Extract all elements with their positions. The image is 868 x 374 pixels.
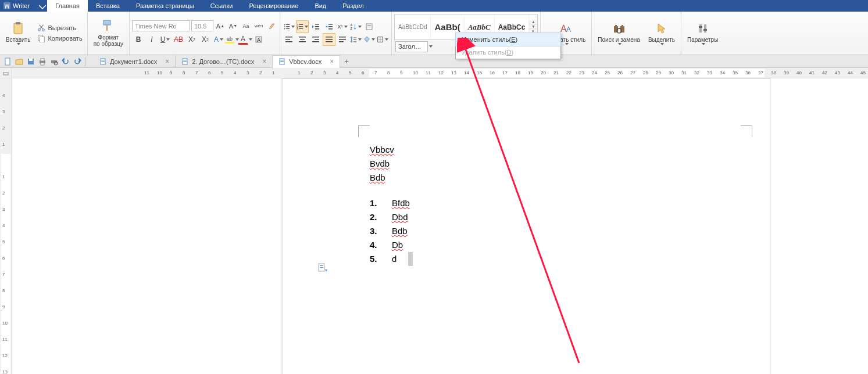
ribbon-editing-group: Поиск и замена Выделить <box>592 12 681 55</box>
close-icon[interactable]: × <box>165 57 169 66</box>
new-doc-button[interactable] <box>2 56 13 67</box>
decrease-indent-button[interactable] <box>309 20 322 33</box>
app-menu-chevron-icon[interactable] <box>39 3 44 8</box>
style-name-input[interactable] <box>395 41 428 52</box>
workspace: 432112345678910111213 Vbbcv Bvdb Bdb 1.B… <box>0 78 868 374</box>
phonetic-guide-button[interactable]: wén <box>253 20 265 31</box>
print-button[interactable] <box>37 56 48 67</box>
svg-rect-81 <box>280 60 284 60</box>
tab-insert[interactable]: Вставка <box>88 0 128 12</box>
ribbon-settings-group: Параметры <box>681 12 724 55</box>
underline-button[interactable]: U <box>159 33 172 46</box>
tab-home[interactable]: Главная <box>47 0 88 12</box>
document-body[interactable]: Vbbcv Bvdb Bdb 1.Bfdb 2.Dbd 3.Bdb 4.Db 5… <box>370 143 413 266</box>
app-logo[interactable]: Writer <box>0 2 47 9</box>
svg-rect-38 <box>300 39 305 40</box>
delete-style-menu-item: Удалить стиль(D) <box>456 46 560 59</box>
line-spacing-button[interactable] <box>349 33 362 46</box>
svg-rect-36 <box>285 41 292 42</box>
align-left-button[interactable] <box>283 33 295 46</box>
align-center-button[interactable] <box>296 33 309 46</box>
sort-button[interactable]: AZ <box>349 20 362 33</box>
svg-rect-34 <box>285 37 292 38</box>
style-normal[interactable]: AaBbCcDd <box>395 15 431 39</box>
edit-style-menu-item[interactable]: Изменить стиль(E) <box>455 33 561 46</box>
svg-rect-49 <box>353 38 356 38</box>
font-color-button[interactable]: A <box>239 33 252 46</box>
ruler-corner[interactable] <box>0 68 12 78</box>
svg-rect-22 <box>299 28 303 29</box>
superscript-button[interactable]: X2 <box>185 33 198 46</box>
numbering-button[interactable]: 123 <box>296 20 309 33</box>
style-name-chevron-icon[interactable] <box>429 45 433 48</box>
select-button[interactable]: Выделить <box>645 13 678 53</box>
tab-references[interactable]: Ссылки <box>202 0 241 12</box>
save-button[interactable] <box>26 56 36 67</box>
undo-button[interactable] <box>60 56 71 67</box>
title-bar: Writer Главная Вставка Разметка страницы… <box>0 0 868 12</box>
borders-button[interactable] <box>376 33 389 46</box>
shrink-font-button[interactable]: A▼ <box>227 20 239 31</box>
page: Vbbcv Bvdb Bdb 1.Bfdb 2.Dbd 3.Bdb 4.Db 5… <box>282 78 770 374</box>
svg-rect-16 <box>286 28 290 29</box>
tab-review[interactable]: Рецензирование <box>241 0 306 12</box>
open-button[interactable] <box>14 56 24 67</box>
change-case-button[interactable]: Aa <box>240 20 252 31</box>
close-icon[interactable]: × <box>262 57 266 66</box>
settings-button[interactable]: Параметры <box>684 13 721 53</box>
font-size-input[interactable] <box>191 20 213 31</box>
bullets-button[interactable] <box>283 20 295 33</box>
document-tabs: Документ1.docx × 2. Догово…(ТС).docx × V… <box>94 55 353 68</box>
vertical-ruler[interactable]: 432112345678910111213 <box>0 78 12 374</box>
paste-button[interactable]: Вставить <box>2 13 34 53</box>
styles-down-button[interactable]: ▼ <box>529 24 537 29</box>
paste-options-icon[interactable] <box>317 262 328 275</box>
margin-corner-tl <box>358 125 370 137</box>
text-direction-button[interactable]: X¹ <box>336 20 349 33</box>
document-canvas[interactable]: Vbbcv Bvdb Bdb 1.Bfdb 2.Dbd 3.Bdb 4.Db 5… <box>12 78 868 374</box>
copy-button[interactable]: Копировать <box>35 33 84 44</box>
cut-button[interactable]: Вырезать <box>35 23 84 33</box>
svg-rect-26 <box>328 24 333 25</box>
svg-text:A: A <box>351 23 353 27</box>
grow-font-button[interactable]: A▲ <box>215 20 226 31</box>
svg-rect-85 <box>320 265 323 266</box>
ribbon-font-group: A▲ A▼ Aa wén B I U AB X2 X2 A ab <box>130 12 280 55</box>
char-shading-button[interactable]: A <box>252 33 265 46</box>
svg-rect-65 <box>703 29 707 31</box>
svg-rect-43 <box>326 37 333 38</box>
doc-tab-2[interactable]: 2. Догово…(ТС).docx × <box>176 55 273 68</box>
svg-rect-41 <box>315 39 319 40</box>
italic-button[interactable]: I <box>145 33 158 46</box>
redo-button[interactable] <box>72 56 83 67</box>
show-marks-button[interactable] <box>363 20 376 33</box>
svg-rect-51 <box>353 41 356 42</box>
horizontal-ruler[interactable]: 1110987654321123456789101112131415161718… <box>0 68 868 78</box>
new-tab-button[interactable]: + <box>340 57 353 66</box>
highlight-button[interactable]: ab <box>226 33 238 46</box>
svg-text:3: 3 <box>297 27 299 30</box>
tab-page-layout[interactable]: Разметка страницы <box>128 0 202 12</box>
format-painter-button[interactable]: Формат по образцу <box>90 13 127 53</box>
clear-formatting-button[interactable] <box>266 20 277 31</box>
tab-view[interactable]: Вид <box>306 0 334 12</box>
find-replace-button[interactable]: Поиск и замена <box>594 13 644 53</box>
distribute-button[interactable] <box>336 33 349 46</box>
svg-text:A: A <box>566 26 571 34</box>
close-icon[interactable]: × <box>330 57 334 66</box>
doc-tab-1[interactable]: Документ1.docx × <box>94 55 176 68</box>
font-name-input[interactable] <box>132 20 190 31</box>
shading-button[interactable] <box>363 33 376 46</box>
strikethrough-button[interactable]: AB <box>172 33 185 46</box>
increase-indent-button[interactable] <box>323 20 335 33</box>
ribbon-format-painter-group: Формат по образцу <box>88 12 130 55</box>
subscript-button[interactable]: X2 <box>199 33 212 46</box>
doc-tab-3[interactable]: Vbbcv.docx × <box>273 55 340 68</box>
bold-button[interactable]: B <box>132 33 145 46</box>
text-effects-button[interactable]: A <box>212 33 225 46</box>
styles-up-button[interactable]: ▲ <box>529 20 537 24</box>
align-justify-button[interactable] <box>323 33 335 46</box>
align-right-button[interactable] <box>309 33 322 46</box>
tab-section[interactable]: Раздел <box>334 0 372 12</box>
print-preview-button[interactable] <box>49 56 59 67</box>
